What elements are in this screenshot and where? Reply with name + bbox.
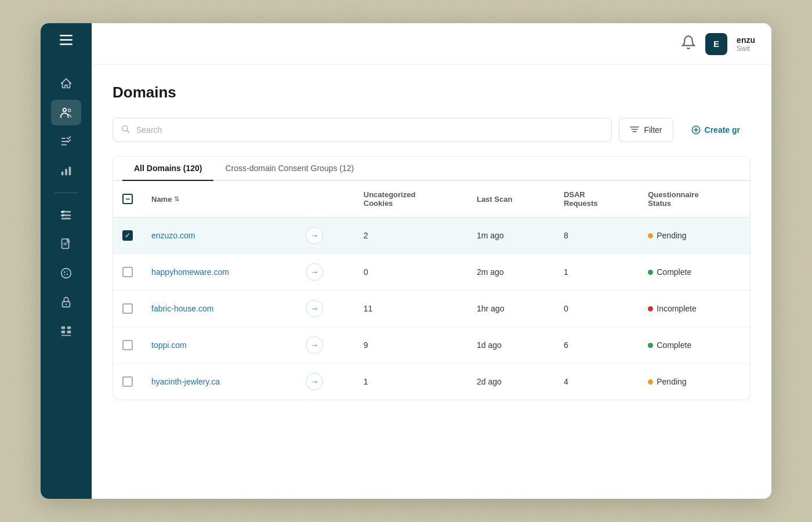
uncategorized-cookies-cell: 11 — [354, 291, 467, 327]
table-row: toppi.com→91d ago6Complete — [113, 327, 750, 364]
navigate-button[interactable]: → — [306, 373, 323, 390]
svg-rect-1 — [60, 39, 72, 41]
tab-all-domains[interactable]: All Domains (120) — [122, 157, 213, 181]
main-content: E enzu Swit Domains — [92, 23, 771, 499]
svg-rect-27 — [61, 331, 65, 334]
indeterminate-icon: − — [125, 195, 130, 203]
tab-cross-domain[interactable]: Cross-domain Consent Groups (12) — [213, 157, 365, 181]
sort-icon: ⇅ — [174, 195, 179, 203]
sidebar-divider — [55, 193, 78, 193]
row-checkbox[interactable] — [122, 303, 133, 314]
th-arrow — [296, 181, 354, 217]
sidebar-item-list[interactable] — [51, 202, 81, 228]
row-checkbox[interactable] — [122, 340, 133, 350]
svg-rect-29 — [61, 335, 71, 336]
page-body: Domains — [92, 65, 771, 499]
status-dot — [648, 233, 653, 238]
search-wrap — [113, 118, 612, 142]
row-checkbox[interactable]: ✓ — [122, 230, 133, 241]
tab-all-domains-label: All Domains (120) — [134, 164, 202, 173]
domain-link[interactable]: toppi.com — [151, 340, 187, 350]
domain-link[interactable]: enzuzo.com — [151, 231, 195, 240]
questionnaire-status-cell: Pending — [639, 364, 750, 400]
select-all-checkbox[interactable]: − — [122, 194, 133, 204]
svg-point-4 — [68, 109, 71, 112]
navigate-button[interactable]: → — [306, 336, 323, 354]
checkmark-icon: ✓ — [125, 232, 130, 239]
tabs-table-container: All Domains (120) Cross-domain Consent G… — [113, 156, 751, 400]
user-sub: Swit — [737, 45, 755, 53]
svg-point-24 — [66, 303, 67, 305]
filter-button[interactable]: Filter — [619, 118, 673, 142]
table-row: happyhomeware.com→02m ago1Complete — [113, 254, 750, 291]
app-window: E enzu Swit Domains — [41, 23, 771, 499]
header-actions: E enzu Swit — [681, 33, 755, 55]
user-info: enzu Swit — [737, 35, 755, 53]
dsar-requests-cell: 8 — [554, 217, 639, 254]
navigate-button[interactable]: → — [306, 263, 323, 281]
status-dot — [648, 343, 653, 348]
uncategorized-cookies-cell: 2 — [354, 217, 467, 254]
notification-bell-icon[interactable] — [681, 35, 696, 53]
sidebar-nav — [41, 71, 92, 344]
uncategorized-cookies-cell: 0 — [354, 254, 467, 291]
table-row: ✓enzuzo.com→21m ago8Pending — [113, 217, 750, 254]
search-icon — [121, 124, 130, 136]
menu-icon[interactable] — [60, 35, 72, 48]
toolbar: Filter Create gr — [113, 118, 751, 142]
filter-icon — [630, 125, 639, 135]
th-name: Name ⇅ — [142, 181, 296, 217]
svg-point-21 — [67, 270, 68, 271]
row-checkbox[interactable] — [122, 376, 133, 387]
sidebar-item-home[interactable] — [51, 71, 81, 96]
status-dot — [648, 306, 653, 311]
last-scan-cell: 1m ago — [467, 217, 554, 254]
filter-label: Filter — [644, 125, 662, 135]
th-last-scan: Last Scan — [467, 181, 554, 217]
user-name: enzu — [737, 35, 755, 45]
th-name-label: Name — [151, 195, 172, 204]
questionnaire-status-cell: Pending — [639, 217, 750, 254]
status-label: Incomplete — [657, 304, 696, 313]
sidebar-item-tasks[interactable] — [51, 129, 81, 154]
domain-link[interactable]: hyacinth-jewlery.ca — [151, 377, 220, 386]
svg-rect-26 — [67, 327, 71, 329]
search-input[interactable] — [113, 118, 612, 142]
tabs: All Domains (120) Cross-domain Consent G… — [113, 157, 750, 181]
questionnaire-status-cell: Complete — [639, 327, 750, 364]
last-scan-cell: 1hr ago — [467, 291, 554, 327]
svg-point-18 — [61, 269, 71, 278]
questionnaire-status-cell: Complete — [639, 254, 750, 291]
sidebar-item-cookies[interactable] — [51, 260, 81, 286]
svg-rect-15 — [62, 239, 69, 249]
svg-line-31 — [127, 130, 129, 133]
domain-link[interactable]: happyhomeware.com — [151, 267, 229, 277]
sidebar-item-users[interactable] — [51, 100, 81, 125]
status-label: Complete — [657, 340, 691, 350]
svg-point-19 — [64, 271, 66, 273]
domains-table: − Name ⇅ Uncategori — [113, 181, 750, 400]
last-scan-cell: 2d ago — [467, 364, 554, 400]
th-uncategorized-cookies: UncategorizedCookies — [354, 181, 467, 217]
uncategorized-cookies-cell: 9 — [354, 327, 467, 364]
create-group-button[interactable]: Create gr — [680, 118, 751, 142]
sidebar-item-documents[interactable] — [51, 231, 81, 257]
navigate-button[interactable]: → — [306, 227, 323, 244]
dsar-requests-cell: 6 — [554, 327, 639, 364]
sidebar-item-settings[interactable] — [51, 318, 81, 344]
sidebar-item-analytics[interactable] — [51, 158, 81, 183]
row-checkbox[interactable] — [122, 267, 133, 277]
svg-point-20 — [66, 273, 68, 275]
th-checkbox: − — [113, 181, 142, 217]
user-avatar[interactable]: E — [705, 33, 727, 55]
dsar-requests-cell: 4 — [554, 364, 639, 400]
status-dot — [648, 379, 653, 385]
uncategorized-cookies-cell: 1 — [354, 364, 467, 400]
table-row: fabric-house.com→111hr ago0Incomplete — [113, 291, 750, 327]
status-label: Pending — [657, 377, 686, 386]
navigate-button[interactable]: → — [306, 300, 323, 317]
domain-link[interactable]: fabric-house.com — [151, 304, 213, 313]
status-label: Complete — [657, 267, 691, 277]
last-scan-cell: 2m ago — [467, 254, 554, 291]
sidebar-item-security[interactable] — [51, 289, 81, 315]
